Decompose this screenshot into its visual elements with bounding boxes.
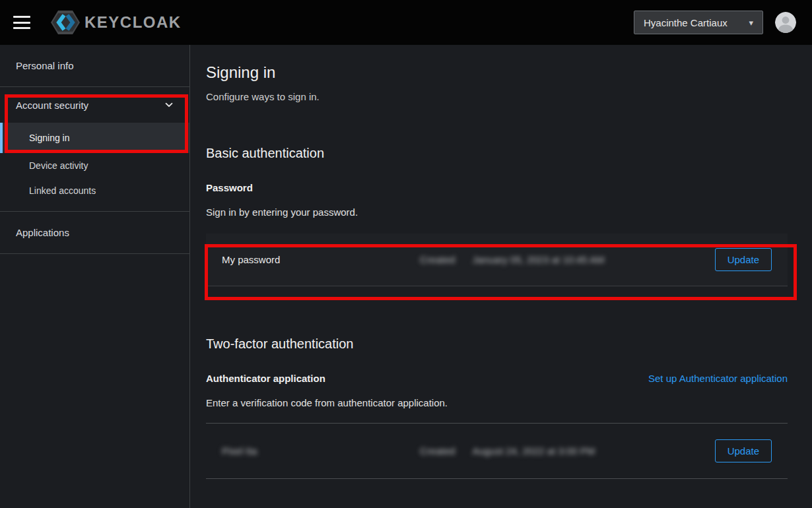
sidebar-item-label: Device activity xyxy=(29,160,88,171)
update-password-button[interactable]: Update xyxy=(715,248,772,271)
page-title: Signing in xyxy=(206,63,788,82)
sidebar-item-label: Personal info xyxy=(16,60,74,71)
avatar[interactable] xyxy=(775,12,796,33)
hamburger-menu-icon[interactable] xyxy=(13,16,30,29)
section-basic-authentication: Basic authentication Password Sign in by… xyxy=(206,146,788,286)
sidebar-item-label: Account security xyxy=(16,100,88,111)
sidebar-item-label: Applications xyxy=(16,227,69,238)
sidebar-group-account-security: Account security Signing in Device activ… xyxy=(0,87,189,212)
setup-authenticator-link[interactable]: Set up Authenticator application xyxy=(648,373,788,384)
password-item-description: Sign in by entering your password. xyxy=(206,206,788,218)
topbar-right: Hyacinthe Cartiaux ▾ xyxy=(634,11,796,34)
keycloak-account-console: KEYCLOAK Hyacinthe Cartiaux ▾ Personal i… xyxy=(0,0,812,508)
sidebar-item-label: Signing in xyxy=(29,133,70,143)
sidebar-nav: Personal info Account security Signing i… xyxy=(0,45,190,508)
user-menu-dropdown[interactable]: Hyacinthe Cartiaux ▾ xyxy=(634,11,763,34)
authenticator-application-header: Authenticator application Set up Authent… xyxy=(206,373,788,384)
sidebar-item-account-security[interactable]: Account security xyxy=(0,87,189,123)
sidebar-subnav: Signing in Device activity Linked accoun… xyxy=(0,123,189,203)
caret-down-icon: ▾ xyxy=(749,18,753,28)
sidebar-item-personal-info[interactable]: Personal info xyxy=(0,45,189,87)
sidebar-item-signing-in[interactable]: Signing in xyxy=(0,123,189,153)
authenticator-list: Pixel 6a Created August 24, 2022 at 3:00… xyxy=(206,423,788,479)
sidebar-item-device-activity[interactable]: Device activity xyxy=(0,153,189,178)
my-password-label: My password xyxy=(222,254,420,265)
section-two-factor-authentication: Two-factor authentication Authenticator … xyxy=(206,336,788,479)
authenticator-item-description: Enter a verification code from authentic… xyxy=(206,397,788,408)
blurred-device-label: Pixel 6a xyxy=(222,445,420,457)
update-authenticator-button[interactable]: Update xyxy=(715,439,772,462)
authenticator-item-title: Authenticator application xyxy=(206,373,325,384)
blurred-status-text: Created xyxy=(420,254,455,265)
my-password-row: My password Created January 05, 2023 at … xyxy=(206,234,788,286)
section-title: Two-factor authentication xyxy=(206,336,788,352)
blurred-date-text: August 24, 2022 at 3:00 PM xyxy=(472,445,595,457)
authenticator-created-info: Created August 24, 2022 at 3:00 PM xyxy=(420,445,715,457)
main-content: Signing in Configure ways to sign in. Ba… xyxy=(190,45,812,508)
avatar-icon xyxy=(775,12,796,33)
brand-text: KEYCLOAK xyxy=(85,13,182,32)
sidebar-item-linked-accounts[interactable]: Linked accounts xyxy=(0,178,189,203)
keycloak-logo-icon xyxy=(50,9,81,36)
authenticator-row: Pixel 6a Created August 24, 2022 at 3:00… xyxy=(206,424,788,479)
keycloak-logo[interactable]: KEYCLOAK xyxy=(50,9,182,36)
top-bar: KEYCLOAK Hyacinthe Cartiaux ▾ xyxy=(0,0,812,45)
section-title: Basic authentication xyxy=(206,146,788,161)
password-item-title: Password xyxy=(206,182,788,193)
page-subtitle: Configure ways to sign in. xyxy=(206,91,788,102)
sidebar-item-label: Linked accounts xyxy=(29,185,96,196)
blurred-status-text: Created xyxy=(420,445,455,457)
password-created-info: Created January 05, 2023 at 10:45 AM xyxy=(420,254,715,265)
sidebar-item-applications[interactable]: Applications xyxy=(0,212,189,254)
blurred-date-text: January 05, 2023 at 10:45 AM xyxy=(472,254,604,265)
user-name: Hyacinthe Cartiaux xyxy=(644,17,727,28)
chevron-down-icon xyxy=(164,100,174,110)
